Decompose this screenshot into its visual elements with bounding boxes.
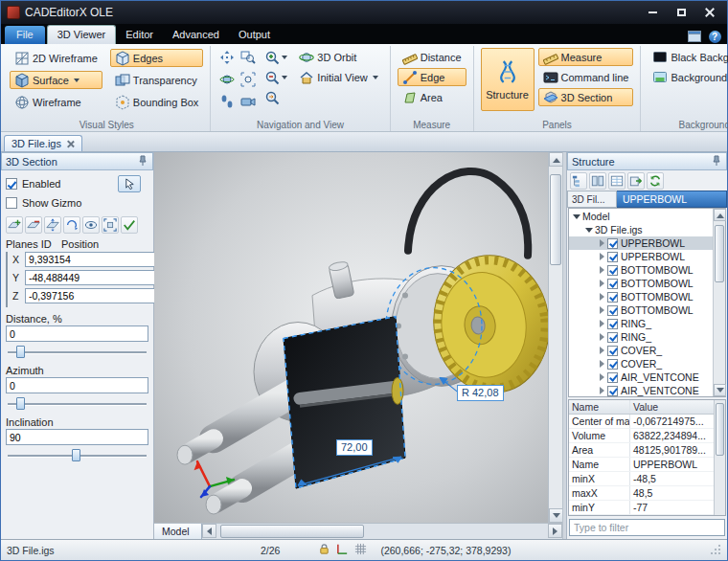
- tree-expander-icon[interactable]: [597, 386, 606, 395]
- properties-scroll-thumb[interactable]: [716, 403, 724, 456]
- tree-scroll-thumb[interactable]: [715, 225, 724, 282]
- help-button[interactable]: ?: [706, 29, 723, 44]
- resize-grip[interactable]: [710, 544, 721, 557]
- transparency-button[interactable]: Transparency: [110, 71, 204, 89]
- tree-expander-icon[interactable]: [584, 225, 594, 235]
- 2d-wireframe-button[interactable]: 2D Wireframe: [10, 49, 102, 67]
- scroll-left-button[interactable]: [202, 524, 216, 538]
- close-button[interactable]: [696, 4, 723, 21]
- tree-item[interactable]: BOTTOMBOWL: [569, 263, 713, 277]
- wireframe-button[interactable]: Wireframe: [10, 93, 102, 111]
- zoom-out-dropdown-icon[interactable]: [282, 76, 287, 82]
- surface-button[interactable]: Surface: [10, 71, 102, 89]
- tree-expander-icon[interactable]: [597, 238, 606, 248]
- tree-item[interactable]: UPPERBOWL: [569, 250, 713, 263]
- orbit-free-button[interactable]: [217, 70, 237, 88]
- tree-item[interactable]: AIR_VENTCONE: [569, 370, 713, 384]
- pin-icon[interactable]: [137, 155, 148, 168]
- tree-item[interactable]: 3D File.igs: [569, 223, 713, 236]
- zoom-in-button[interactable]: [262, 48, 289, 66]
- tree-item[interactable]: Model: [569, 210, 713, 223]
- ucs-axes-icon[interactable]: [336, 543, 349, 557]
- property-row[interactable]: minY -77: [569, 501, 714, 515]
- interface-style-button[interactable]: [686, 29, 703, 44]
- zoom-window-button[interactable]: [239, 48, 258, 66]
- azimuth-slider-thumb[interactable]: [16, 397, 25, 410]
- azimuth-slider[interactable]: [8, 396, 147, 411]
- property-row[interactable]: Area 48125,901789...: [569, 443, 714, 458]
- tree-checkbox[interactable]: [607, 319, 618, 329]
- z-field[interactable]: [25, 288, 162, 303]
- tree-expander-icon[interactable]: [572, 212, 581, 221]
- tree-scroll-up-button[interactable]: [714, 209, 726, 221]
- tree-checkbox[interactable]: [607, 332, 618, 343]
- pan-button[interactable]: [217, 48, 237, 66]
- model-tab[interactable]: Model: [154, 524, 202, 539]
- scroll-right-button[interactable]: [548, 524, 562, 538]
- viewport-vertical-scrollbar[interactable]: [548, 152, 562, 523]
- document-tab[interactable]: 3D File.igs: [4, 135, 82, 151]
- tree-checkbox[interactable]: [607, 386, 618, 396]
- vertical-scroll-thumb[interactable]: [550, 174, 561, 265]
- tree-scroll-track[interactable]: [714, 221, 725, 384]
- measure-panel-button[interactable]: Measure: [538, 48, 634, 66]
- scroll-up-button[interactable]: [549, 152, 563, 167]
- inclination-field[interactable]: [6, 429, 148, 445]
- tree-checkbox[interactable]: [607, 265, 618, 276]
- inclination-slider[interactable]: [8, 448, 147, 462]
- show-gizmo-checkbox[interactable]: [6, 197, 17, 209]
- zoom-extents-button[interactable]: [239, 70, 258, 88]
- tree-expander-icon[interactable]: [597, 359, 606, 369]
- tree-scrollbar[interactable]: [713, 209, 725, 396]
- azimuth-field[interactable]: [6, 377, 148, 393]
- tree-checkbox[interactable]: [607, 359, 618, 370]
- property-row[interactable]: maxX 48,5: [569, 486, 714, 501]
- horizontal-scroll-track[interactable]: [216, 524, 548, 539]
- edges-button[interactable]: Edges: [110, 49, 204, 67]
- tree-item[interactable]: RING_: [569, 317, 713, 330]
- document-tab-close-icon[interactable]: [66, 140, 75, 148]
- apply-section-button[interactable]: [121, 216, 138, 234]
- zoom-out-button[interactable]: [262, 68, 289, 86]
- align-view-button[interactable]: [82, 216, 100, 234]
- tree-item[interactable]: BOTTOMBOWL: [569, 290, 713, 303]
- zoom-previous-button[interactable]: [262, 88, 289, 106]
- filter-input[interactable]: [569, 519, 725, 536]
- tree-item[interactable]: RING_: [569, 330, 713, 344]
- lock-icon[interactable]: [318, 543, 330, 557]
- viewport-canvas[interactable]: 72,00 R 42,08: [154, 152, 548, 523]
- structure-panel-button[interactable]: Structure: [481, 48, 535, 111]
- inclination-slider-thumb[interactable]: [72, 449, 80, 461]
- initial-view-button[interactable]: Initial View: [294, 68, 382, 86]
- surface-dropdown-icon[interactable]: [74, 79, 80, 85]
- tree-checkbox[interactable]: [607, 292, 618, 303]
- add-plane-button[interactable]: [6, 216, 23, 234]
- tree-expander-icon[interactable]: [597, 292, 606, 302]
- properties-grid-button[interactable]: [608, 172, 626, 190]
- distance-slider-thumb[interactable]: [16, 346, 25, 358]
- export-button[interactable]: [627, 172, 645, 190]
- tree-item[interactable]: UPPERBOWL: [569, 236, 713, 250]
- background-color-button[interactable]: Background color: [648, 68, 728, 86]
- tree-checkbox[interactable]: [607, 372, 618, 383]
- enabled-checkbox[interactable]: [6, 178, 17, 190]
- property-row[interactable]: minX -48,5: [569, 472, 714, 486]
- fit-plane-button[interactable]: [102, 216, 119, 234]
- menu-tab[interactable]: File: [5, 26, 45, 44]
- bounding-box-button[interactable]: Bounding Box: [110, 93, 204, 111]
- property-row[interactable]: Volume 63822,234894...: [569, 429, 714, 443]
- distance-slider[interactable]: [8, 345, 147, 359]
- tree-expander-icon[interactable]: [597, 265, 606, 275]
- property-row[interactable]: Center of mass -0,067214975...: [569, 415, 714, 429]
- grid-icon[interactable]: [354, 543, 367, 557]
- tree-view-button[interactable]: [570, 172, 587, 190]
- tree-checkbox[interactable]: [607, 279, 618, 289]
- tree-item[interactable]: COVER_: [569, 357, 713, 370]
- plane-item[interactable]: 0: [7, 253, 8, 266]
- menu-tab[interactable]: Advanced: [163, 26, 229, 44]
- vertical-scroll-track[interactable]: [549, 167, 562, 508]
- pick-plane-button[interactable]: [118, 175, 141, 192]
- tree-checkbox[interactable]: [607, 346, 618, 356]
- black-background-button[interactable]: Black Background: [648, 48, 728, 66]
- properties-scrollbar[interactable]: [714, 400, 725, 515]
